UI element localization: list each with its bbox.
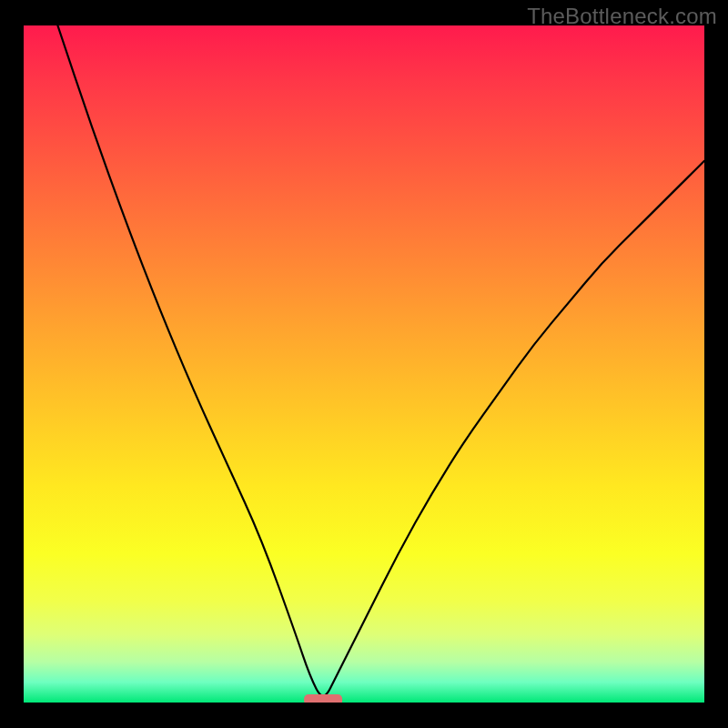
chart-frame: TheBottleneck.com (0, 0, 728, 728)
plot-area (24, 25, 704, 703)
bottleneck-curve (57, 25, 704, 696)
watermark-text: TheBottleneck.com (527, 4, 717, 29)
chart-overlay (24, 25, 704, 703)
optimal-point-marker (304, 694, 342, 703)
